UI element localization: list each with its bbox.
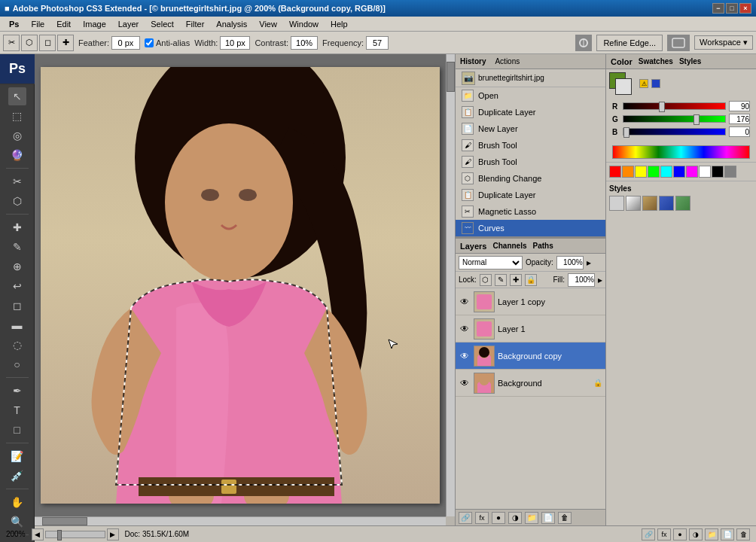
history-item[interactable]: 🖌 Brush Tool <box>456 154 605 170</box>
lock-all-btn[interactable]: 🔒 <box>525 274 537 286</box>
zoom-slider[interactable] <box>45 531 105 538</box>
history-item[interactable]: ⬡ Blending Change <box>456 170 605 187</box>
blur-tool[interactable]: ◌ <box>8 336 26 354</box>
style-item[interactable] <box>659 196 674 211</box>
tool-option-1[interactable]: ⬡ <box>21 35 38 51</box>
swatch[interactable] <box>673 166 685 178</box>
clone-tool[interactable]: ⊕ <box>8 257 26 276</box>
text-tool[interactable]: T <box>8 401 26 419</box>
crop-tool[interactable]: ✂ <box>8 172 26 190</box>
g-slider-track[interactable] <box>623 115 726 123</box>
menu-window[interactable]: Window <box>283 19 325 29</box>
b-value-input[interactable] <box>729 126 750 137</box>
swatch[interactable] <box>648 166 660 178</box>
fill-arrow-icon[interactable]: ▸ <box>598 275 602 285</box>
fg-bg-swatch[interactable] <box>609 72 632 95</box>
fill-input[interactable] <box>568 273 595 287</box>
menu-file[interactable]: File <box>25 19 50 29</box>
history-brush-tool[interactable]: ↩ <box>8 277 26 295</box>
actions-tab[interactable]: Actions <box>495 57 520 65</box>
frequency-input[interactable] <box>366 36 389 50</box>
r-value-input[interactable] <box>729 101 750 111</box>
bottom-tool-5[interactable]: 📁 <box>705 528 718 540</box>
move-tool[interactable]: ↖ <box>8 87 26 105</box>
lasso-tool[interactable]: ◎ <box>8 126 26 145</box>
horizontal-scrollbar[interactable] <box>35 516 446 525</box>
layers-tab[interactable]: Layers <box>460 242 486 251</box>
healing-tool[interactable]: ✚ <box>8 218 26 236</box>
workspace-button[interactable]: Workspace ▾ <box>694 35 753 50</box>
bottom-tool-7[interactable]: 🗑 <box>736 528 750 540</box>
swatch[interactable] <box>609 166 621 178</box>
g-slider-thumb[interactable] <box>694 114 700 125</box>
tool-option-3[interactable]: ✚ <box>57 35 74 51</box>
brush-tool[interactable]: ✎ <box>8 238 26 256</box>
layer-link-btn[interactable]: 🔗 <box>459 512 472 524</box>
color-spectrum[interactable] <box>612 145 750 159</box>
lock-transparent-btn[interactable]: ⬡ <box>480 274 492 286</box>
layer-delete-btn[interactable]: 🗑 <box>558 512 572 524</box>
wand-tool[interactable]: 🔮 <box>8 146 26 164</box>
layer-group-btn[interactable]: 📁 <box>525 512 538 524</box>
canvas-scroll[interactable] <box>35 54 446 516</box>
layer-visibility-icon-1[interactable]: 👁 <box>459 323 471 335</box>
opacity-input[interactable] <box>556 256 584 269</box>
layer-adjustment-btn[interactable]: ◑ <box>508 512 522 524</box>
layer-fx-btn[interactable]: fx <box>475 512 489 524</box>
history-item[interactable]: 📋 Duplicate Layer <box>456 187 605 203</box>
slice-tool[interactable]: ⬡ <box>8 192 26 210</box>
history-item[interactable]: 📄 New Layer <box>456 120 605 137</box>
history-item-curves[interactable]: 〰 Curves <box>456 220 605 236</box>
close-btn[interactable]: × <box>739 3 751 14</box>
style-item[interactable] <box>675 196 690 211</box>
lock-image-btn[interactable]: ✎ <box>495 274 507 286</box>
menu-select[interactable]: Select <box>145 19 180 29</box>
layer-visibility-icon-bg[interactable]: 👁 <box>459 377 471 389</box>
shape-tool[interactable]: □ <box>8 421 26 439</box>
style-item[interactable] <box>626 196 641 211</box>
notes-tool[interactable]: 📝 <box>8 447 26 465</box>
layer-visibility-icon-1copy[interactable]: 👁 <box>459 296 471 308</box>
menu-analysis[interactable]: Analysis <box>210 19 253 29</box>
tool-select-btn[interactable]: ✂ <box>3 35 20 51</box>
dodge-tool[interactable]: ○ <box>8 355 26 373</box>
eyedropper-tool[interactable]: 💉 <box>8 467 26 485</box>
swatch[interactable] <box>660 166 672 178</box>
pen-tool[interactable]: ✒ <box>8 382 26 400</box>
menu-edit[interactable]: Edit <box>50 19 77 29</box>
channels-tab[interactable]: Channels <box>492 242 526 250</box>
layer-item-1copy[interactable]: 👁 Layer 1 copy <box>456 288 605 315</box>
bottom-tool-6[interactable]: 📄 <box>721 528 734 540</box>
menu-ps[interactable]: Ps <box>3 19 25 29</box>
style-item[interactable] <box>609 196 624 211</box>
style-item[interactable] <box>642 196 657 211</box>
minimize-btn[interactable]: − <box>712 3 724 14</box>
vertical-scrollbar[interactable] <box>446 54 455 516</box>
swatch[interactable] <box>635 166 647 178</box>
layer-visibility-icon-bgcopy[interactable]: 👁 <box>459 350 471 362</box>
b-slider-track[interactable] <box>623 128 726 136</box>
menu-filter[interactable]: Filter <box>180 19 210 29</box>
tool-option-2[interactable]: ◻ <box>39 35 56 51</box>
layer-item-bg-copy[interactable]: 👁 Background copy <box>456 343 605 370</box>
history-item[interactable]: 🖌 Brush Tool <box>456 137 605 154</box>
history-item[interactable]: 📋 Duplicate Layer <box>456 104 605 120</box>
width-input[interactable] <box>220 36 250 50</box>
selection-tool[interactable]: ⬚ <box>8 107 26 125</box>
styles-tab[interactable]: Styles <box>679 57 701 65</box>
zoom-thumb[interactable] <box>57 530 62 540</box>
r-slider-thumb[interactable] <box>659 102 665 112</box>
background-swatch[interactable] <box>615 78 632 95</box>
feather-input[interactable] <box>111 36 140 50</box>
menu-view[interactable]: View <box>253 19 283 29</box>
swatches-tab[interactable]: Swatches <box>639 57 673 65</box>
layer-new-btn[interactable]: 📄 <box>541 512 555 524</box>
swatch[interactable] <box>699 166 711 178</box>
zoom-in-btn[interactable]: ▶ <box>107 528 119 540</box>
blend-mode-select[interactable]: Normal Multiply Screen Overlay <box>459 256 523 269</box>
paths-tab[interactable]: Paths <box>533 242 553 250</box>
menu-image[interactable]: Image <box>77 19 112 29</box>
bottom-tool-2[interactable]: fx <box>657 528 671 540</box>
bottom-tool-3[interactable]: ● <box>673 528 687 540</box>
zoom-tool[interactable]: 🔍 <box>8 513 26 531</box>
